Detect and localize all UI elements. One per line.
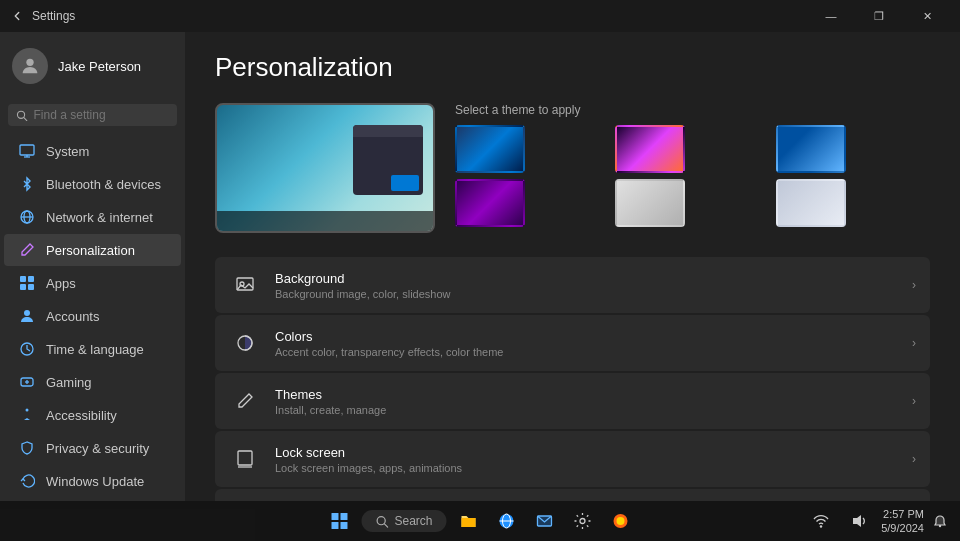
sidebar-item-personalization[interactable]: Personalization [4,234,181,266]
sidebar-item-gaming[interactable]: Gaming [4,366,181,398]
gaming-icon [18,373,36,391]
taskbar-wifi-icon[interactable] [805,505,837,537]
taskbar-datetime[interactable]: 2:57 PM 5/9/2024 [881,507,924,536]
sidebar-item-network-label: Network & internet [46,210,153,225]
themes-icon [229,385,261,417]
settings-item-background-text: Background Background image, color, slid… [275,271,898,300]
avatar [12,48,48,84]
settings-item-lockscreen-desc: Lock screen images, apps, animations [275,462,898,474]
user-profile[interactable]: Jake Peterson [0,32,185,100]
lockscreen-chevron-icon: › [912,452,916,466]
preview-window-bar [353,125,423,137]
lockscreen-icon [229,443,261,475]
background-icon [229,269,261,301]
back-icon[interactable] [10,9,24,23]
close-button[interactable]: ✕ [904,0,950,32]
settings-item-themes[interactable]: Themes Install, create, manage › [215,373,930,429]
search-icon [16,109,28,122]
sidebar-item-accessibility-label: Accessibility [46,408,117,423]
theme-thumbnail-5[interactable] [615,179,685,227]
svg-rect-37 [331,513,338,520]
preview-window-btn [391,175,419,191]
sidebar-item-update[interactable]: Windows Update [4,465,181,497]
svg-point-50 [820,525,822,527]
sidebar-item-privacy-label: Privacy & security [46,441,149,456]
colors-chevron-icon: › [912,336,916,350]
svg-rect-3 [20,145,34,155]
taskbar-search-label: Search [394,514,432,528]
page-title: Personalization [215,52,930,83]
svg-rect-12 [28,284,34,290]
theme-thumbnail-4[interactable] [455,179,525,227]
settings-list: Background Background image, color, slid… [215,257,930,501]
background-chevron-icon: › [912,278,916,292]
sidebar-item-gaming-label: Gaming [46,375,92,390]
theme-select-label: Select a theme to apply [455,103,930,117]
search-input[interactable] [34,108,169,122]
sidebar-item-accounts-label: Accounts [46,309,99,324]
minimize-button[interactable]: — [808,0,854,32]
settings-item-background-title: Background [275,271,898,286]
privacy-icon [18,439,36,457]
taskbar-search[interactable]: Search [361,510,446,532]
settings-item-colors-title: Colors [275,329,898,344]
sidebar-item-network[interactable]: Network & internet [4,201,181,233]
nav-list: System Bluetooth & devices Network & int… [0,134,185,498]
settings-item-background-desc: Background image, color, slideshow [275,288,898,300]
taskbar-browser[interactable] [491,505,523,537]
start-button[interactable] [323,505,355,537]
restore-button[interactable]: ❐ [856,0,902,32]
svg-rect-39 [331,522,338,529]
settings-item-lockscreen[interactable]: Lock screen Lock screen images, apps, an… [215,431,930,487]
theme-thumbnail-6[interactable] [776,179,846,227]
theme-select-area: Select a theme to apply [455,103,930,227]
svg-point-49 [617,517,625,525]
preview-window [353,125,423,195]
bluetooth-icon [18,175,36,193]
svg-point-13 [24,310,30,316]
theme-thumbnail-2[interactable] [615,125,685,173]
settings-item-lockscreen-title: Lock screen [275,445,898,460]
svg-line-42 [384,523,387,526]
taskbar-time-display: 2:57 PM [881,507,924,521]
update-icon [18,472,36,490]
settings-item-background[interactable]: Background Background image, color, slid… [215,257,930,313]
sidebar-item-apps[interactable]: Apps [4,267,181,299]
sidebar-item-privacy[interactable]: Privacy & security [4,432,181,464]
settings-item-colors[interactable]: Colors Accent color, transparency effect… [215,315,930,371]
taskbar-settings-app[interactable] [567,505,599,537]
sidebar-item-time-label: Time & language [46,342,144,357]
svg-point-47 [580,519,585,524]
settings-item-themes-text: Themes Install, create, manage [275,387,898,416]
settings-item-themes-title: Themes [275,387,898,402]
theme-thumbnail-1[interactable] [455,125,525,173]
user-name: Jake Peterson [58,59,141,74]
titlebar: Settings — ❐ ✕ [0,0,960,32]
svg-rect-40 [340,522,347,529]
main-panel: Personalization Select a theme to apply [185,32,960,501]
theme-section: Select a theme to apply [215,103,930,233]
personalization-icon [18,241,36,259]
svg-rect-11 [20,284,26,290]
sidebar-item-time[interactable]: Time & language [4,333,181,365]
settings-item-touchkeyboard[interactable]: Touch keyboard Themes, size › [215,489,930,501]
preview-taskbar [217,211,433,231]
search-box[interactable] [8,104,177,126]
taskbar-volume-icon[interactable] [843,505,875,537]
theme-thumbnail-3[interactable] [776,125,846,173]
taskbar: Search 2:57 PM 5/9/2024 [0,501,960,541]
svg-rect-22 [238,451,252,465]
sidebar-item-system[interactable]: System [4,135,181,167]
sidebar-item-accessibility[interactable]: Accessibility [4,399,181,431]
taskbar-file-explorer[interactable] [453,505,485,537]
sidebar-item-accounts[interactable]: Accounts [4,300,181,332]
taskbar-mail[interactable] [529,505,561,537]
theme-grid [455,125,930,227]
titlebar-controls: — ❐ ✕ [808,0,950,32]
system-icon [18,142,36,160]
notification-button[interactable] [930,505,950,537]
current-theme-preview [215,103,435,233]
taskbar-firefox[interactable] [605,505,637,537]
sidebar-item-bluetooth[interactable]: Bluetooth & devices [4,168,181,200]
svg-rect-9 [20,276,26,282]
